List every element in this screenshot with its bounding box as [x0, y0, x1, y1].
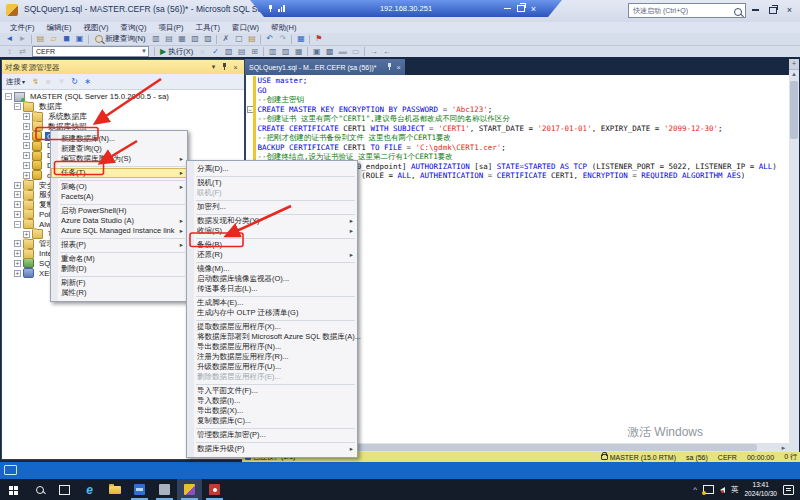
- close-tab-icon[interactable]: ×: [396, 63, 401, 72]
- search-icon[interactable]: [734, 7, 742, 20]
- rdp-connection-bar[interactable]: 192.168.30.251 ×: [250, 0, 562, 17]
- intellisense-icon[interactable]: ⊞: [248, 47, 261, 57]
- tasks-submenu-item-14[interactable]: 将数据库部署到 Microsoft Azure SQL 数据库(A)...: [187, 332, 357, 342]
- hidden-icons-chevron[interactable]: ^: [693, 485, 697, 494]
- scroll-up-icon[interactable]: ▲: [789, 70, 799, 78]
- tasks-submenu-item-6[interactable]: 备份(B)...: [187, 240, 357, 250]
- expander-icon[interactable]: −: [5, 93, 12, 100]
- refresh-icon[interactable]: ↻: [68, 77, 81, 87]
- tasks-submenu-item-16[interactable]: 注册为数据层应用程序(R)...: [187, 352, 357, 362]
- availability-db-icon-3[interactable]: ▨: [201, 34, 214, 44]
- tasks-submenu-item-18[interactable]: 删除数据层应用程序(E)...: [187, 372, 357, 382]
- expander-icon[interactable]: −: [14, 103, 21, 110]
- tree-item[interactable]: −数据库: [2, 102, 244, 112]
- cut-icon[interactable]: ✗: [219, 34, 232, 44]
- analysis-services-query-icon[interactable]: ▤: [162, 34, 175, 44]
- tasks-submenu-item-22[interactable]: 复制数据库(C)...: [187, 416, 357, 426]
- execute-button[interactable]: ▶ 执行(X): [157, 47, 196, 57]
- window-position-icon[interactable]: ▾: [208, 63, 219, 71]
- vertical-scroll-thumb[interactable]: [790, 81, 798, 139]
- new-query-doc-icon[interactable]: ▤: [34, 34, 47, 44]
- expander-icon[interactable]: +: [23, 113, 30, 120]
- menubar-item[interactable]: 查询(Q): [115, 23, 153, 33]
- context-menu-item-3[interactable]: 任务(T)▸: [51, 168, 187, 178]
- context-menu-item-2[interactable]: 编写数据库脚本为(S)▸: [51, 154, 187, 164]
- expander-icon[interactable]: +: [23, 142, 30, 149]
- context-menu-item-4[interactable]: 策略(O)▸: [51, 182, 187, 192]
- tasks-submenu-item-8[interactable]: 镜像(M)...: [187, 264, 357, 274]
- pin-tab-icon[interactable]: [386, 63, 393, 71]
- expander-icon[interactable]: +: [23, 172, 30, 179]
- uncomment-icon[interactable]: ▭: [349, 47, 362, 57]
- undo-icon[interactable]: ↶: [263, 34, 276, 44]
- input-method-indicator[interactable]: 英: [731, 485, 739, 495]
- results-to-grid-icon[interactable]: ▣: [310, 47, 323, 57]
- flag-icon[interactable]: ⚑: [312, 34, 325, 44]
- expander-icon[interactable]: +: [23, 123, 30, 130]
- minimize-button[interactable]: [747, 0, 764, 20]
- expander-icon[interactable]: +: [14, 211, 21, 218]
- results-grid-icon[interactable]: ▦: [292, 47, 305, 57]
- disconnect-icon[interactable]: ↯: [29, 77, 42, 87]
- menubar-item[interactable]: 项目(P): [152, 23, 189, 33]
- gray-app-button[interactable]: [152, 479, 177, 500]
- close-panel-icon[interactable]: ×: [230, 64, 241, 71]
- file-explorer-button[interactable]: [102, 479, 127, 500]
- tasks-submenu-item-23[interactable]: 管理数据库加密(P)...: [187, 430, 357, 440]
- network-status-icon[interactable]: [703, 485, 714, 494]
- sql-tool-button[interactable]: [127, 479, 152, 500]
- tasks-submenu-item-15[interactable]: 导出数据层应用程序(N)...: [187, 342, 357, 352]
- expander-icon[interactable]: +: [23, 162, 30, 169]
- ie-browser-button[interactable]: e: [77, 479, 102, 500]
- expander-icon[interactable]: +: [23, 231, 30, 238]
- paste-icon[interactable]: ▤: [245, 34, 258, 44]
- results-to-text-icon[interactable]: ▩: [323, 47, 336, 57]
- context-menu-item-13[interactable]: 属性(R): [51, 288, 187, 298]
- quick-launch-input[interactable]: 快速启动 (Ctrl+Q): [628, 3, 746, 18]
- expander-icon[interactable]: +: [14, 270, 21, 277]
- availability-db-icon-2[interactable]: ▧: [188, 34, 201, 44]
- rdp-minimize-button[interactable]: [504, 8, 511, 10]
- editor-tab[interactable]: SQLQuery1.sql - M...ER.CEFR (sa (56))* ×: [245, 59, 405, 75]
- expander-icon[interactable]: +: [14, 182, 21, 189]
- database-combobox[interactable]: CEFR ▼: [32, 46, 149, 57]
- tasks-submenu-item-20[interactable]: 导入数据(I)...: [187, 396, 357, 406]
- stop-icon[interactable]: ■: [42, 77, 55, 87]
- tasks-submenu-item-1[interactable]: 脱机(T): [187, 178, 357, 188]
- tasks-submenu-item-12[interactable]: 生成内存中 OLTP 迁移清单(G): [187, 308, 357, 318]
- open-file-icon[interactable]: ▱: [47, 34, 60, 44]
- menubar-item[interactable]: 窗口(W): [226, 23, 265, 33]
- tasks-submenu-item-4[interactable]: 数据发现和分类(Y)▸: [187, 216, 357, 226]
- save-all-icon[interactable]: ▣: [73, 34, 86, 44]
- availability-group-icon[interactable]: ↕: [3, 47, 16, 57]
- rdp-pin-icon[interactable]: [267, 5, 274, 13]
- volume-icon[interactable]: [720, 487, 725, 493]
- context-menu-item-5[interactable]: Facets(A): [51, 192, 187, 202]
- indent-icon[interactable]: →: [367, 47, 380, 57]
- desktop-window-icon[interactable]: [4, 465, 17, 475]
- parse-icon[interactable]: ✓: [209, 47, 222, 57]
- activity-monitor-icon[interactable]: ▦: [294, 34, 307, 44]
- tasks-submenu-item-11[interactable]: 生成脚本(E)...: [187, 298, 357, 308]
- tasks-submenu-item-10[interactable]: 传送事务日志(L)...: [187, 284, 357, 294]
- tasks-submenu-item-2[interactable]: 联机(F): [187, 188, 357, 198]
- expander-icon[interactable]: +: [14, 191, 21, 198]
- context-menu-item-0[interactable]: 新建数据库(N)...: [51, 134, 187, 144]
- expander-icon[interactable]: +: [14, 260, 21, 267]
- save-icon[interactable]: ◼: [60, 34, 73, 44]
- live-query-stats-icon[interactable]: ▥: [266, 47, 279, 57]
- context-menu-item-7[interactable]: Azure Data Studio (A)▸: [51, 216, 187, 226]
- tasks-submenu-item-5[interactable]: 收缩(S)▸: [187, 226, 357, 236]
- outdent-icon[interactable]: ←: [380, 47, 393, 57]
- auto-hide-pin-icon[interactable]: [219, 63, 230, 72]
- expander-icon[interactable]: −: [14, 221, 21, 228]
- filter-icon[interactable]: ▼: [55, 77, 68, 87]
- menubar-item[interactable]: 帮助(H): [265, 23, 302, 33]
- redo-icon[interactable]: ↷: [276, 34, 289, 44]
- actual-plan-icon[interactable]: ▨: [279, 47, 292, 57]
- task-view-button[interactable]: [52, 479, 77, 500]
- start-button[interactable]: [2, 479, 27, 500]
- nav-forward-icon[interactable]: ►: [16, 34, 29, 44]
- action-center-icon[interactable]: [783, 485, 794, 495]
- context-menu-item-11[interactable]: 删除(D): [51, 264, 187, 274]
